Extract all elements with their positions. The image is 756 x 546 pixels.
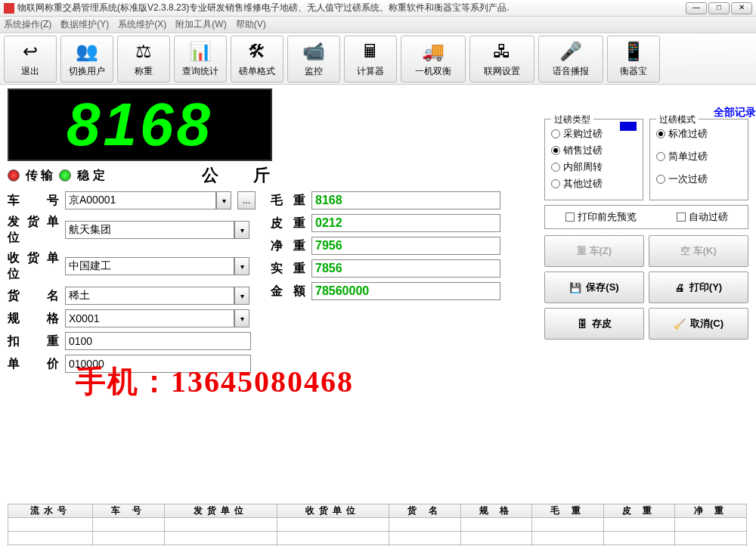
col-net[interactable]: 净 重 <box>675 504 747 518</box>
menu-help[interactable]: 帮助(V) <box>236 18 266 31</box>
col-gross[interactable]: 毛 重 <box>532 504 604 518</box>
weigh-type-internal[interactable]: 内部周转 <box>551 160 637 174</box>
save-button[interactable]: 💾保存(S) <box>544 271 644 303</box>
unit-label: 公 斤 <box>202 164 285 187</box>
print-button[interactable]: 🖨打印(Y) <box>649 271 748 303</box>
auto-checkbox[interactable]: 自动过磅 <box>677 210 728 224</box>
maximize-button[interactable]: □ <box>708 2 730 14</box>
col-sender[interactable]: 发货单位 <box>164 504 277 518</box>
weigh-type-other[interactable]: 其他过磅 <box>551 177 637 191</box>
hqb-button[interactable]: 📱衡器宝 <box>607 36 660 82</box>
empty-car-button[interactable]: 空 车(K) <box>649 235 748 267</box>
transmit-led-icon <box>8 169 20 181</box>
sender-input[interactable] <box>65 221 234 239</box>
weigh-mode-simple[interactable]: 简单过磅 <box>656 150 742 163</box>
car-no-dropdown[interactable]: ▾ <box>216 191 231 209</box>
scale-icon: ⚖ <box>132 39 156 64</box>
tare-value[interactable] <box>311 214 500 232</box>
camera-icon: 📹 <box>302 39 326 64</box>
users-icon: 👥 <box>75 39 99 64</box>
switch-user-button[interactable]: 👥切换用户 <box>60 36 113 82</box>
col-tare[interactable]: 皮 重 <box>603 504 675 518</box>
transmit-label: 传 输 <box>26 168 53 184</box>
net-label: 净 重 <box>271 238 307 254</box>
weight-display: 8168 <box>8 88 272 161</box>
deduct-input[interactable] <box>65 332 251 350</box>
weigh-type-title: 过磅类型 <box>551 113 593 126</box>
goods-dropdown[interactable]: ▾ <box>234 287 249 305</box>
tare-label: 皮 重 <box>271 216 307 231</box>
weigh-mode-standard[interactable]: 标准过磅 <box>656 127 742 141</box>
gross-label: 毛 重 <box>271 193 307 209</box>
car-no-more-button[interactable]: ... <box>237 191 256 209</box>
dual-button[interactable]: 🚚一机双衡 <box>401 36 466 82</box>
cancel-button[interactable]: 🧹取消(C) <box>649 308 748 340</box>
menu-data[interactable]: 数据维护(Y) <box>60 18 109 31</box>
close-button[interactable]: ✕ <box>731 2 752 14</box>
col-car[interactable]: 车 号 <box>93 504 165 518</box>
weigh-button[interactable]: ⚖称重 <box>117 36 170 82</box>
weigh-mode-title: 过磅模式 <box>656 113 699 126</box>
app-icon <box>4 3 14 14</box>
heavy-car-button[interactable]: 重 车(Z) <box>544 235 644 267</box>
sender-label: 发货单位 <box>8 214 60 246</box>
actual-value[interactable] <box>311 259 500 278</box>
amount-value[interactable] <box>311 282 500 300</box>
gross-value[interactable] <box>311 191 500 209</box>
car-no-label: 车 号 <box>8 193 60 209</box>
query-button[interactable]: 📊查询统计 <box>174 36 227 82</box>
phone-icon: 📱 <box>621 39 646 64</box>
voice-button[interactable]: 🎤语音播报 <box>538 36 603 82</box>
truck-icon: 🚚 <box>421 39 445 64</box>
store-tare-button[interactable]: 🗄存皮 <box>544 308 644 340</box>
receiver-label: 收货单位 <box>8 250 60 282</box>
spec-label: 规 格 <box>8 311 60 327</box>
network-icon: 🖧 <box>490 39 514 64</box>
table-row[interactable] <box>8 518 747 532</box>
price-input[interactable] <box>65 355 251 373</box>
net-value[interactable] <box>311 237 500 255</box>
col-serial[interactable]: 流水号 <box>8 504 93 518</box>
table-row[interactable] <box>8 532 747 545</box>
color-indicator <box>620 122 637 131</box>
goods-input[interactable] <box>65 287 234 305</box>
stable-label: 稳 定 <box>77 168 104 184</box>
menu-bar: 系统操作(Z) 数据维护(Y) 系统维护(X) 附加工具(W) 帮助(V) <box>0 17 756 33</box>
exit-button[interactable]: ↩退出 <box>4 36 57 82</box>
goods-label: 货 名 <box>8 288 60 304</box>
receiver-input[interactable] <box>65 257 234 275</box>
weigh-type-sale[interactable]: 销售过磅 <box>551 144 637 157</box>
printer-icon: 🖨 <box>675 282 685 293</box>
menu-system[interactable]: 系统操作(Z) <box>4 18 51 31</box>
tools-icon: 🛠 <box>245 39 269 64</box>
format-button[interactable]: 🛠磅单格式 <box>231 36 284 82</box>
sender-dropdown[interactable]: ▾ <box>234 221 249 239</box>
stable-led-icon <box>59 169 71 181</box>
col-receiver[interactable]: 收货单位 <box>277 504 389 518</box>
col-goods[interactable]: 货 名 <box>389 504 461 518</box>
network-button[interactable]: 🖧联网设置 <box>469 36 534 82</box>
toolbar: ↩退出 👥切换用户 ⚖称重 📊查询统计 🛠磅单格式 📹监控 🖩计算器 🚚一机双衡… <box>0 33 756 85</box>
all-records-link[interactable]: 全部记录 <box>714 106 756 119</box>
spec-dropdown[interactable]: ▾ <box>234 309 249 327</box>
receiver-dropdown[interactable]: ▾ <box>234 257 249 275</box>
weigh-mode-once[interactable]: 一次过磅 <box>656 172 742 186</box>
minimize-button[interactable]: — <box>686 2 707 14</box>
monitor-button[interactable]: 📹监控 <box>287 36 340 82</box>
menu-maintain[interactable]: 系统维护(X) <box>118 18 166 31</box>
preview-checkbox[interactable]: 打印前先预览 <box>565 210 637 224</box>
amount-label: 金 额 <box>271 284 307 299</box>
exit-icon: ↩ <box>18 39 42 64</box>
records-table[interactable]: 流水号 车 号 发货单位 收货单位 货 名 规 格 毛 重 皮 重 净 重 <box>8 504 747 546</box>
menu-tools[interactable]: 附加工具(W) <box>175 18 226 31</box>
mic-icon: 🎤 <box>559 39 583 64</box>
calc-button[interactable]: 🖩计算器 <box>344 36 397 82</box>
col-spec[interactable]: 规 格 <box>460 504 532 518</box>
spec-input[interactable] <box>65 309 234 327</box>
deduct-label: 扣 重 <box>8 333 60 349</box>
chart-icon: 📊 <box>188 39 212 64</box>
title-bar: 物联网称重交易管理系统(标准版V2.3.8.23)专业研发销售维修电子地磅、无人… <box>0 0 756 17</box>
eraser-icon: 🧹 <box>674 318 686 330</box>
car-no-input[interactable] <box>65 191 216 209</box>
calculator-icon: 🖩 <box>358 39 383 64</box>
